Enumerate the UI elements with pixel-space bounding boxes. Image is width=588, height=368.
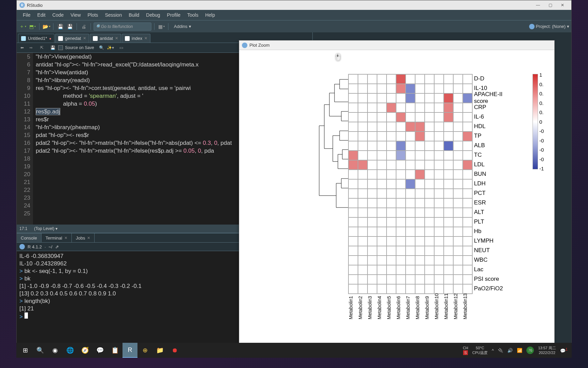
plot-zoom-title: Plot Zoom: [249, 43, 270, 48]
menu-session[interactable]: Session: [101, 11, 125, 19]
rstudio-icon: [242, 43, 247, 48]
cursor-icon: 🖱️: [333, 53, 342, 61]
rstudio-logo-icon: R: [19, 2, 25, 8]
tab-index[interactable]: index ✕: [122, 34, 150, 43]
tab-antidat[interactable]: antidat ✕: [90, 34, 121, 43]
menu-view[interactable]: View: [67, 11, 84, 19]
plot-zoom-titlebar[interactable]: Plot Zoom: [239, 41, 554, 50]
plot-canvas: D-DIL-10APACHE-II scoreCRPIL-6HDLTPALBTC…: [239, 50, 554, 344]
office-icon[interactable]: 📋: [108, 343, 122, 358]
close-icon[interactable]: ✕: [144, 36, 147, 41]
goto-placeholder: Go to file/function: [101, 24, 133, 29]
scope-selector[interactable]: (Top Level) ▾: [34, 226, 58, 231]
minimize-button[interactable]: —: [532, 1, 544, 9]
plot-zoom-window[interactable]: Plot Zoom D-DIL-10APACHE-I: [239, 40, 555, 344]
heatmap-legend: 10.0.0.0.0-0-0-0-0-1: [533, 74, 538, 169]
start-button[interactable]: ⊞: [18, 343, 33, 358]
wifi-icon[interactable]: 📶: [517, 348, 522, 353]
source-on-save-checkbox[interactable]: [58, 45, 63, 50]
wand-button[interactable]: ✨▾: [107, 44, 114, 51]
save-all-button[interactable]: 💾: [66, 22, 74, 31]
rscript-icon: [21, 36, 26, 41]
menu-debug[interactable]: Debug: [143, 11, 163, 19]
project-dropdown[interactable]: Project: (None) ▾: [529, 24, 569, 29]
close-button[interactable]: ✕: [556, 1, 569, 9]
r-logo-icon: [19, 244, 25, 249]
app-icon[interactable]: ⊕: [137, 343, 152, 358]
heatmap: D-DIL-10APACHE-II scoreCRPIL-6HDLTPALBTC…: [348, 74, 473, 294]
find-button[interactable]: 🔍: [98, 44, 105, 51]
tab-genedat[interactable]: genedat ✕: [55, 34, 89, 43]
menu-tools[interactable]: Tools: [184, 11, 202, 19]
edge-icon[interactable]: 🧭: [78, 343, 93, 358]
rstudio-taskbar-icon[interactable]: R: [122, 343, 137, 358]
tray-badge[interactable]: 76: [526, 347, 534, 354]
menu-plots[interactable]: Plots: [84, 11, 101, 19]
data-icon: [93, 36, 98, 41]
close-icon[interactable]: ●: [49, 36, 51, 41]
data-icon: [125, 36, 130, 41]
wechat-icon[interactable]: 💬: [93, 343, 108, 358]
close-icon[interactable]: ✕: [115, 36, 118, 41]
clock[interactable]: 13:57 周二 2022/2/22: [538, 346, 556, 355]
explorer-icon[interactable]: 📁: [152, 343, 167, 358]
show-in-new-window-button[interactable]: ⇱: [38, 44, 45, 51]
addins-dropdown[interactable]: Addins ▾: [171, 23, 194, 30]
forward-button[interactable]: ➡: [28, 44, 34, 51]
maximize-button[interactable]: ▢: [544, 1, 556, 9]
grid-button[interactable]: ▦: [157, 22, 165, 31]
main-toolbar: ＋ ⬒ 📂 💾 💾 🖨 🔍 Go to file/function ▦ Addi…: [17, 20, 571, 32]
goto-file-input[interactable]: 🔍 Go to file/function: [94, 22, 151, 31]
dendrogram: [316, 75, 350, 253]
cursor-position: 17:1: [19, 226, 27, 231]
menubar: File Edit Code View Plots Session Build …: [17, 10, 571, 20]
menu-build[interactable]: Build: [125, 11, 143, 19]
system-tray: CH S 50°C CPU温度 ^ 🔌 🔊 📶 76 13:57 周二 2022…: [463, 346, 570, 355]
chrome-icon[interactable]: 🌐: [63, 343, 78, 358]
save-button[interactable]: 💾: [49, 44, 56, 51]
search-button[interactable]: 🔍: [33, 343, 48, 358]
print-button[interactable]: 🖨: [80, 22, 88, 31]
notebook-button[interactable]: ▭: [118, 44, 125, 51]
ime-indicator[interactable]: CH S: [463, 346, 468, 355]
volume-icon[interactable]: 🔊: [507, 348, 513, 353]
record-icon[interactable]: ⏺: [167, 343, 182, 358]
search-icon: 🔍: [96, 24, 101, 29]
back-button[interactable]: ⬅: [19, 44, 26, 51]
taskbar: ⊞ 🔍 ◉ 🌐 🧭 💬 📋 R ⊕ 📁 ⏺ CH S 50°C CPU温度 ^ …: [16, 343, 572, 358]
wd-arrow-icon[interactable]: ⇗: [55, 244, 59, 249]
menu-help[interactable]: Help: [202, 11, 218, 19]
tab-untitled1[interactable]: Untitled1* ●: [18, 34, 54, 43]
tray-up-icon[interactable]: ^: [492, 348, 494, 353]
menu-profile[interactable]: Profile: [164, 11, 184, 19]
tab-console[interactable]: Console: [17, 233, 42, 242]
notification-icon[interactable]: 💬1: [560, 347, 568, 353]
window-title: RStudio: [27, 3, 532, 8]
new-project-button[interactable]: ⬒: [28, 22, 36, 31]
open-file-button[interactable]: 📂: [42, 22, 50, 31]
menu-file[interactable]: File: [19, 11, 34, 19]
tab-jobs[interactable]: Jobs✕: [72, 233, 95, 242]
data-icon: [58, 36, 63, 41]
menu-edit[interactable]: Edit: [34, 11, 49, 19]
cpu-temp[interactable]: 50°C CPU温度: [472, 346, 488, 355]
usb-icon[interactable]: 🔌: [498, 348, 503, 353]
new-file-button[interactable]: ＋: [19, 22, 27, 31]
r-project-icon: [529, 24, 535, 29]
save-button[interactable]: 💾: [56, 22, 64, 31]
menu-code[interactable]: Code: [49, 11, 67, 19]
titlebar: R RStudio — ▢ ✕: [17, 0, 571, 10]
close-icon[interactable]: ✕: [83, 36, 86, 41]
source-on-save-label: Source on Save: [65, 45, 94, 50]
cortana-icon[interactable]: ◉: [48, 343, 63, 358]
tab-terminal[interactable]: Terminal✕: [42, 233, 72, 242]
